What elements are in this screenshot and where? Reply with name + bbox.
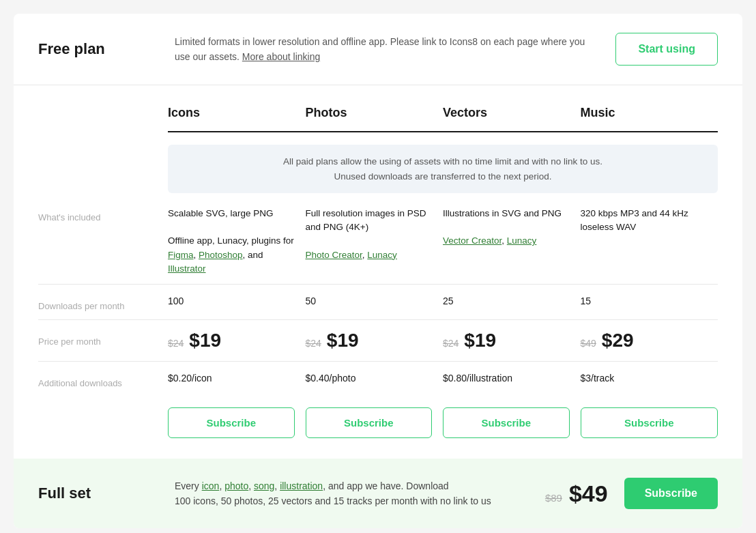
photo-creator-link[interactable]: Photo Creator [306,250,362,260]
photos-included: Full resolution images in PSD and PNG (4… [306,193,444,281]
subscribe-empty [38,407,168,438]
notice-line2: Unused downloads are transferred to the … [181,169,704,184]
photos-price: $24 $19 [306,323,444,358]
vectors-included-main: Illustrations in SVG and PNG [443,207,570,220]
divider-3 [38,361,718,362]
vectors-price-new: $19 [464,330,496,351]
full-set-description: Every icon, photo, song, illustration, a… [147,478,545,509]
icons-subscribe-button[interactable]: Subscribe [168,407,295,438]
figma-link[interactable]: Figma [168,250,194,260]
photos-price-old: $24 [306,338,321,349]
notice-row: All paid plans allow the using of assets… [38,132,718,193]
icons-included-apps: Offline app, Lunacy, plugins for Figma, … [168,234,295,276]
downloads-label: Downloads per month [38,287,168,317]
price-label: Price per month [38,323,168,352]
music-included-main: 320 kbps MP3 and 44 kHz loseless WAV [581,207,708,235]
song-link[interactable]: song [254,480,274,491]
illustration-link[interactable]: illustration [280,480,323,491]
photos-column-header: Photos [306,106,444,132]
vectors-price: $24 $19 [443,323,581,358]
photos-included-apps: Photo Creator, Lunacy [306,248,433,262]
free-plan-description: Limited formats in lower resolution and … [147,34,615,65]
free-plan-title: Free plan [38,40,147,58]
icons-additional: $0.20/icon [168,364,306,394]
music-downloads: 15 [581,287,718,317]
full-set-price: $89 $49 [545,480,608,507]
icons-column-header: Icons [168,106,306,132]
icon-link[interactable]: icon [202,480,220,491]
full-set-section: Full set Every icon, photo, song, illust… [14,459,742,528]
music-price: $49 $29 [581,323,718,358]
illustrator-link[interactable]: Illustrator [168,263,206,274]
music-price-new: $29 [602,330,634,351]
icons-price-old: $24 [168,338,184,349]
music-subscribe-button[interactable]: Subscribe [581,407,718,438]
icons-price: $24 $19 [168,323,306,358]
vectors-lunacy-link[interactable]: Lunacy [507,235,537,246]
music-additional: $3/track [581,364,718,394]
icons-downloads: 100 [168,287,306,317]
subscribe-row: Subscribe Subscribe Subscribe Subscribe [38,394,718,459]
music-included: 320 kbps MP3 and 44 kHz loseless WAV [581,193,718,281]
full-set-price-new: $49 [569,480,608,507]
icons-included: Scalable SVG, large PNG Offline app, Lun… [168,193,306,281]
vectors-downloads: 25 [443,287,581,317]
plans-grid: Icons Photos Vectors Music All paid plan… [38,106,718,394]
full-set-subscribe-button[interactable]: Subscribe [624,478,718,509]
vectors-additional: $0.80/illustration [443,364,581,394]
full-set-price-old: $89 [545,492,562,504]
notice-banner: All paid plans allow the using of assets… [168,145,718,193]
music-price-old: $49 [581,338,596,349]
divider-2 [38,319,718,320]
vector-creator-link[interactable]: Vector Creator [443,235,501,246]
vectors-price-old: $24 [443,338,459,349]
photos-additional: $0.40/photo [306,364,444,394]
vectors-subscribe-button[interactable]: Subscribe [443,407,570,438]
icons-included-main: Scalable SVG, large PNG [168,207,295,220]
photos-downloads: 50 [306,287,444,317]
vectors-included: Illustrations in SVG and PNG Vector Crea… [443,193,581,281]
whats-included-label: What's included [38,193,168,228]
start-using-button[interactable]: Start using [615,33,718,66]
photos-lunacy-link[interactable]: Lunacy [367,250,397,260]
empty-header [38,106,168,132]
photos-subscribe-button[interactable]: Subscribe [306,407,433,438]
vectors-column-header: Vectors [443,106,581,132]
more-about-linking-link[interactable]: More about linking [242,51,320,62]
divider-1 [38,284,718,285]
photoshop-link[interactable]: Photoshop [199,250,243,260]
icons-price-new: $19 [189,330,221,351]
photos-price-new: $19 [327,330,359,351]
notice-line1: All paid plans allow the using of assets… [181,154,704,169]
photos-included-main: Full resolution images in PSD and PNG (4… [306,207,433,235]
full-set-title: Full set [38,485,147,502]
plans-section: Icons Photos Vectors Music All paid plan… [14,85,742,459]
vectors-included-apps: Vector Creator, Lunacy [443,234,570,248]
free-plan-section: Free plan Limited formats in lower resol… [14,14,742,85]
additional-label: Additional downloads [38,364,168,394]
music-column-header: Music [581,106,718,132]
photo-link[interactable]: photo [224,480,248,491]
